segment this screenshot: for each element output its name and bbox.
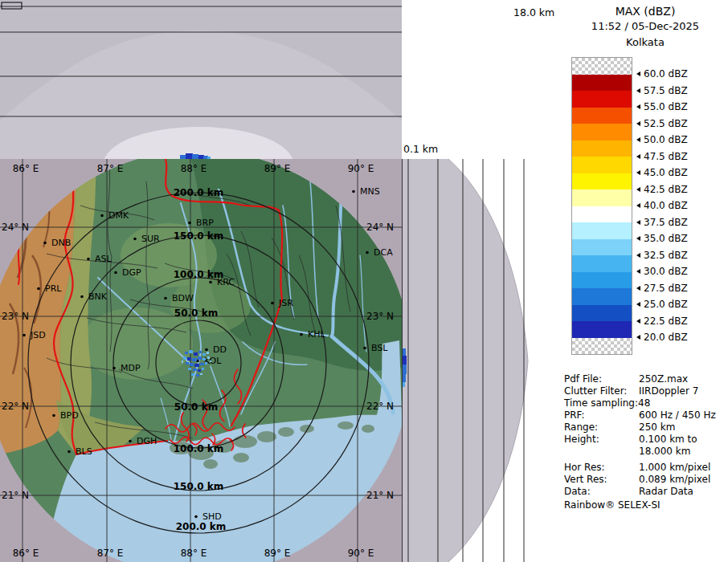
range-ring-label: 50.0 km	[174, 307, 218, 319]
legend-label: 40.0 dBZ	[636, 200, 688, 211]
echo-cell	[186, 362, 189, 364]
legend-label: 20.0 dBZ	[636, 332, 688, 343]
lat-label: 23° N	[2, 311, 29, 322]
info-field-value: 0.100 km to 18.000 km	[639, 434, 697, 458]
echo-cell	[183, 356, 186, 360]
legend-color-cell	[572, 222, 632, 239]
station-dot	[87, 258, 90, 261]
echo-cell	[193, 369, 197, 371]
tick-arrow-icon	[636, 302, 640, 307]
radar-site-name: Kolkata	[562, 36, 728, 48]
legend-color-cell	[572, 206, 632, 223]
info-field-label: Data:	[564, 486, 639, 498]
station-label: BLS	[76, 446, 92, 457]
lon-label: 88° E	[181, 548, 207, 559]
info-field-label: Range:	[564, 422, 639, 434]
station-label: KHL	[308, 329, 325, 340]
tick-arrow-icon	[636, 170, 640, 175]
product-datetime: 11:52 / 05-Dec-2025	[562, 20, 728, 32]
radar-display-window: 18.0 km 0.1 km	[0, 0, 728, 562]
info-field-label: Height:	[564, 434, 639, 458]
echo-cell	[200, 373, 202, 375]
station-dot	[133, 238, 137, 241]
tick-arrow-icon	[636, 187, 640, 192]
station-dot	[188, 222, 191, 225]
echo-cell	[188, 368, 191, 370]
station-dot	[300, 333, 303, 336]
right-panel-canvas	[402, 159, 567, 562]
lat-label: 24° N	[366, 222, 394, 233]
info-field-label: Time sampling:	[564, 397, 638, 409]
station-dot	[363, 347, 366, 350]
echo-cell	[207, 352, 209, 354]
legend-transparent-cell	[572, 58, 632, 75]
echo-cell	[403, 382, 405, 387]
tick-arrow-icon	[636, 335, 640, 340]
legend-color-cell	[572, 157, 632, 173]
info-row: Clutter Filter:IIRDoppler 7	[564, 385, 726, 397]
station-label: MDP	[121, 363, 141, 373]
lat-label: 21° N	[366, 490, 394, 501]
legend-label: 42.5 dBZ	[636, 184, 688, 195]
legend-label: 55.0 dBZ	[636, 101, 688, 112]
info-field-value: 0.089 km/pixel	[639, 474, 710, 486]
echo-cell	[198, 351, 202, 353]
lon-label: 88° E	[181, 163, 207, 174]
range-ring-label: 100.0 km	[174, 269, 224, 280]
echo-cell	[202, 358, 206, 360]
range-ring-label: 100.0 km	[174, 443, 224, 454]
station-label: DD	[213, 344, 227, 355]
echo-cell	[205, 362, 207, 364]
echo-cell	[210, 360, 211, 362]
product-info-rows: Pdf File:250Z.maxClutter Filter:IIRDoppl…	[564, 373, 726, 498]
vertical-projection-right-panel	[402, 159, 567, 562]
station-label: SUR	[141, 234, 160, 244]
legend-color-cell	[572, 108, 632, 124]
station-label: DNB	[51, 238, 71, 248]
legend-color-cell	[572, 239, 632, 256]
station-label: BDW	[172, 293, 194, 303]
tick-arrow-icon	[636, 104, 640, 109]
tick-arrow-icon	[636, 236, 640, 241]
info-row: PRF:600 Hz / 450 Hz	[564, 409, 726, 422]
lon-label: 86° E	[13, 163, 39, 174]
dbz-colorbar	[572, 58, 632, 354]
info-field-value: Radar Data	[639, 486, 693, 498]
lon-label: 90° E	[348, 548, 374, 559]
station-label: BRP	[196, 218, 214, 228]
legend-label: 50.0 dBZ	[636, 134, 688, 145]
echo-cell	[191, 373, 194, 376]
info-row: Range:250 km	[564, 422, 726, 434]
tick-arrow-icon	[636, 88, 640, 93]
height-axis-max-label: 18.0 km	[513, 6, 554, 18]
legend-transparent-cell	[572, 338, 632, 355]
station-dot	[80, 295, 84, 299]
station-dot	[67, 450, 71, 454]
echo-cell	[187, 357, 191, 360]
station-label: KOL	[204, 356, 222, 366]
info-row: Pdf File:250Z.max	[564, 373, 726, 385]
legend-color-cell	[572, 124, 632, 140]
echo-cell	[182, 360, 183, 363]
info-row: Height:0.100 km to 18.000 km	[564, 434, 726, 458]
station-label: DCA	[374, 247, 393, 258]
range-ring-label: 150.0 km	[174, 230, 224, 242]
station-label: JSD	[30, 330, 46, 340]
legend-color-cell	[572, 140, 632, 157]
info-row: Data:Radar Data	[564, 486, 726, 498]
top-panel-canvas	[0, 0, 402, 159]
vertical-projection-top-panel	[0, 0, 402, 159]
echo-cell	[185, 352, 188, 354]
legend-color-cell	[572, 189, 632, 206]
echo-cell	[198, 369, 201, 372]
tick-arrow-icon	[636, 137, 640, 142]
station-dot	[205, 348, 208, 352]
height-axis-min-label: 0.1 km	[403, 143, 438, 155]
range-ring-label: 200.0 km	[174, 187, 224, 198]
station-label: JSR	[278, 298, 293, 308]
echo-cell	[403, 364, 407, 374]
station-dot	[100, 214, 104, 218]
station-label: BNK	[88, 291, 108, 302]
tick-arrow-icon	[636, 220, 640, 225]
info-field-label: Vert Res:	[564, 474, 639, 486]
